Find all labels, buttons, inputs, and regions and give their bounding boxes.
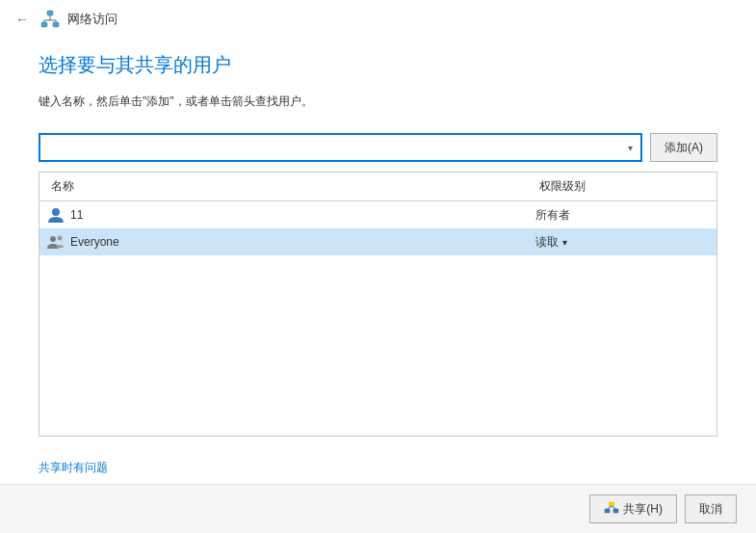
svg-point-9 (58, 236, 63, 241)
share-button-label: 共享(H) (623, 501, 663, 518)
svg-line-13 (608, 506, 613, 509)
cancel-button[interactable]: 取消 (685, 494, 737, 523)
user-table: 名称 权限级别 11 所有者 (39, 172, 717, 437)
table-header: 名称 权限级别 (39, 173, 717, 201)
row-name-everyone: Everyone (47, 233, 535, 251)
svg-rect-1 (41, 22, 47, 27)
description-text: 键入名称，然后单击"添加"，或者单击箭头查找用户。 (39, 93, 717, 110)
share-btn-icon (604, 500, 619, 519)
svg-rect-11 (613, 509, 618, 513)
share-button[interactable]: 共享(H) (589, 494, 677, 523)
svg-rect-12 (610, 502, 614, 506)
sharing-problem-link[interactable]: 共享时有问题 (39, 461, 108, 474)
user-single-icon (47, 206, 65, 224)
row-perm-everyone[interactable]: 读取 ▾ (535, 234, 709, 251)
svg-point-8 (50, 236, 56, 242)
svg-line-14 (612, 506, 616, 509)
input-dropdown-arrow[interactable]: ▾ (624, 143, 637, 153)
bottom-link-section: 共享时有问题 (0, 452, 756, 484)
row-perm-11: 所有者 (535, 207, 709, 224)
main-content: 选择要与其共享的用户 键入名称，然后单击"添加"，或者单击箭头查找用户。 ▾ 添… (0, 37, 756, 452)
col-header-name: 名称 (47, 176, 535, 197)
perm-value-everyone: 读取 (535, 234, 559, 251)
back-button[interactable]: ← (12, 10, 33, 29)
svg-rect-2 (53, 22, 59, 27)
perm-value: 所有者 (535, 207, 570, 224)
perm-dropdown-arrow[interactable]: ▾ (562, 237, 567, 248)
page-heading: 选择要与其共享的用户 (39, 52, 717, 78)
row-user-label: 11 (70, 208, 83, 222)
title-bar: ← 网络访问 (0, 0, 756, 37)
user-input[interactable] (44, 141, 624, 155)
col-header-permission: 权限级别 (535, 176, 709, 197)
footer-bar: 共享(H) 取消 (0, 484, 756, 533)
window-title: 网络访问 (67, 11, 117, 28)
table-body: 11 所有者 Everyone (39, 201, 717, 255)
user-group-icon (47, 233, 65, 251)
user-input-wrapper[interactable]: ▾ (39, 133, 642, 162)
add-button[interactable]: 添加(A) (650, 133, 717, 162)
table-row-everyone[interactable]: Everyone 读取 ▾ (39, 228, 717, 255)
row-everyone-label: Everyone (70, 235, 119, 249)
svg-point-7 (52, 208, 60, 216)
svg-rect-10 (605, 509, 610, 513)
input-row: ▾ 添加(A) (39, 133, 717, 162)
network-icon (40, 10, 60, 29)
row-name-11: 11 (47, 206, 535, 224)
svg-rect-0 (47, 11, 53, 15)
table-row[interactable]: 11 所有者 (39, 201, 717, 228)
